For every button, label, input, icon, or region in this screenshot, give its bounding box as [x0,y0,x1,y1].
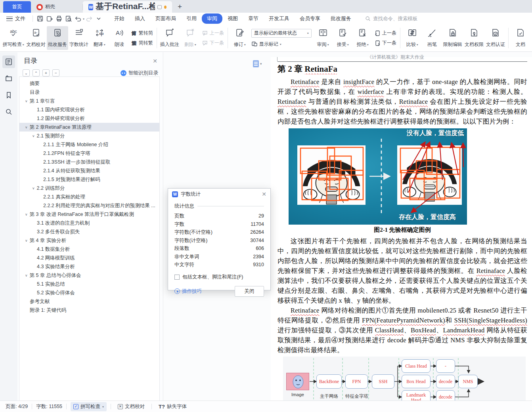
toc-item[interactable]: ∨第 4 章 实验分析 [19,236,159,245]
spell-check-status-button[interactable]: ✓ 拼写检查 ▾ [71,402,107,411]
document-page[interactable]: ▾ 《计算机视觉》期末大作业 第 2 章 RetinaFace 算法原理 Ret… [271,57,532,401]
menu-review[interactable]: 审阅 [202,13,222,24]
review-pane-button[interactable]: 审阅▾ [313,26,333,50]
toc-item[interactable]: 3.2 多任务联合损失 [19,227,159,236]
toc-expand-down-button[interactable]: ⌄ [23,69,30,76]
paragraph[interactable]: Retinaface 是来自 insightFace 的又一力作，基于 one-… [277,77,527,126]
proofread-status-button[interactable]: ✕ 文档校对 [115,402,147,411]
traditional-to-simplified-button[interactable]: 简 繁转简 [131,30,153,36]
menu-insert[interactable]: 插入 [130,13,150,24]
document-body[interactable]: 第 2 章 RetinaFace 算法原理 Retinaface 是来自 ins… [277,63,527,401]
toc-item[interactable]: 附录 1: 关键代码 [19,306,159,315]
tab-home[interactable]: 首页 [3,1,31,13]
toc-item[interactable]: ∨第 1 章引言 [19,97,159,105]
correction-service-button[interactable]: 批改服务 [47,26,68,50]
toc-panel-toggle[interactable] [2,55,15,68]
tips-link[interactable]: 操作技巧 [174,288,202,295]
reject-revision-button[interactable]: 拒绝▾ [353,26,373,50]
customize-quick-toolbar-caret[interactable] [94,14,103,23]
simplified-to-traditional-button[interactable]: 繁 简转繁 [131,40,153,46]
toc-collapse-up-button[interactable]: ⌃ [33,69,40,76]
toc-item[interactable]: 2.2.1 真实框的处理 [19,193,159,201]
word-count-button[interactable]: 字数统计 [68,26,90,50]
toc-item[interactable]: 2.1.4 从特征获取预测结果 [19,166,159,175]
prev-comment-button[interactable]: 上一条 [202,30,224,36]
toc-item[interactable]: 2.1.1 主干网络 Mobilene 介绍 [19,140,159,149]
tab-docer[interactable]: 稻壳 [31,1,82,13]
toc-item[interactable]: 参考文献 [19,297,159,306]
revise-button[interactable]: 修订▾ [230,26,250,50]
doc-tool-clipped-button[interactable]: 文档 [511,26,530,50]
insert-comment-button[interactable]: 插入批注 [159,26,180,50]
delete-comment-button[interactable]: 删除▾ [180,26,200,50]
chapter-title[interactable]: 第 2 章 RetinaFace 算法原理 [277,63,337,74]
figure-network-flowchart[interactable]: BackBone FPN SSH Class Head - Box Head d… [283,357,526,401]
dialog-close-icon[interactable]: ✕ [262,191,266,197]
next-comment-button[interactable]: 下一条 [202,40,224,46]
show-markup-button[interactable]: 显示标记▾ [251,41,312,48]
toc-item[interactable]: 1.1 国内研究现状分析 [19,105,159,114]
doc-permission-button[interactable]: 文档权限 [463,26,485,50]
toc-item[interactable]: ∨2.2 训练部分 [19,184,159,193]
new-tab-button[interactable]: + [172,2,188,13]
page-quick-icon[interactable]: ▾ [253,60,262,67]
read-aloud-button[interactable]: A 朗读 [109,26,129,50]
toc-item[interactable]: 3.1 改进的自注意力机制 [19,219,159,227]
figure-anchor-boxes[interactable]: 没有人脸，置信度低 存在人脸，置信度高 [289,128,467,225]
tag-panel-toggle[interactable] [2,72,15,85]
toc-item[interactable]: ∨第 3 章 改进 RetinaFace 算法用于口罩佩戴检测 [19,210,159,219]
include-textbox-checkbox[interactable]: 包括文本框、脚注和尾注(F) [174,274,264,280]
markup-state-dropdown[interactable]: 显示标记的最终状态▾ [251,29,312,38]
save-button[interactable] [35,14,45,23]
toc-collapse-all-button[interactable]: − [52,69,59,76]
undo-button[interactable] [73,14,83,23]
toc-item[interactable]: ∨第 5 章 总结与心得体会 [19,271,159,280]
print-preview-button[interactable] [64,14,73,23]
menu-member[interactable]: 会员专享 [295,13,325,24]
toc-expand-all-button[interactable]: + [42,69,50,76]
tab-document[interactable]: W 基于RetinaF...检测算法 毕业论文 [83,1,172,13]
toc-item[interactable]: 5.2 实验心得体会 [19,288,159,297]
dialog-close-button[interactable]: 关闭 [235,286,264,297]
spell-check-button[interactable]: abc 拼写检查▾ [2,26,25,50]
brush-button[interactable]: 画笔 [422,26,442,50]
toc-item-selected[interactable]: ∨第 2 章RetinaFace 算法原理 [19,123,159,132]
menu-dev-tools[interactable]: 开发工具 [264,13,295,24]
proofread-button[interactable]: a- 文档校对 [25,26,47,50]
redo-button[interactable] [84,14,94,23]
word-count-indicator[interactable]: 字数: 11555 [36,403,62,410]
accept-revision-button[interactable]: 接受▾ [333,26,353,50]
paragraph[interactable]: Retinaface 网络对待检测的图片①首先使用 mobilenet0.25 … [277,305,527,355]
menu-page-layout[interactable]: 页面布局 [150,13,181,24]
toc-item[interactable]: 2.1.3SSH 进一步加强特征提取 [19,158,159,166]
toc-close-button[interactable]: ✕ [153,58,157,64]
toc-item[interactable]: 2.1.2FPN 特征金字塔 [19,149,159,158]
compare-button[interactable]: 比较▾ [402,26,422,50]
undo-dropdown-caret[interactable]: ▾ [83,17,84,20]
print-button[interactable] [54,14,64,23]
menu-view[interactable]: 视图 [222,13,243,24]
missing-font-button[interactable]: T? 缺失字体 [156,402,189,411]
menu-start[interactable]: 开始 [109,13,130,24]
smart-toc-button[interactable]: 智能识别目录 [121,70,158,76]
toc-item[interactable]: 5.1 实验总结 [19,280,159,288]
dialog-title-bar[interactable]: W 字数统计 ✕ [168,189,270,200]
toc-item[interactable]: 2.2.2 利用处理完的真实框与对应图片的预测结果 ... [19,201,159,210]
toc-item[interactable]: ∨2.1 预测部分 [19,132,159,140]
paragraph[interactable]: 这张图片有若干个先验框，四周的先验框并不包含人脸，在网络的预测结果当中，四周的先… [277,236,527,305]
toc-item[interactable]: 4.3 实验结果分析 [19,262,159,271]
toc-item[interactable]: 1.2 国外研究现状分析 [19,114,159,123]
next-revision-button[interactable]: 下一条 [374,40,396,46]
doc-auth-button[interactable]: 文档认证 [485,26,506,50]
toc-item[interactable]: 4.1 数据集分析 [19,245,159,254]
file-menu[interactable]: 文件 [0,15,30,22]
output-button[interactable] [45,14,54,23]
prev-revision-button[interactable]: 上一条 [374,30,396,36]
menu-correction-service[interactable]: 批改服务 [325,13,356,24]
restrict-edit-button[interactable]: 限制编辑 [442,26,463,50]
search-panel-toggle[interactable] [2,105,15,118]
toc-item[interactable]: 4.2 网络模型训练 [19,254,159,262]
command-search-box[interactable]: 查找命令、搜索模板 [365,15,418,22]
menu-references[interactable]: 引用 [181,13,202,24]
toc-item[interactable]: 目录 [19,88,159,97]
